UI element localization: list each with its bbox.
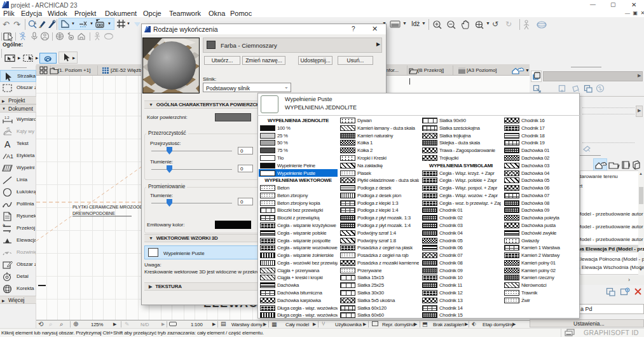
svg-text:1: 1 xyxy=(34,21,37,25)
svg-text:A: A xyxy=(4,139,11,149)
svg-text:A1: A1 xyxy=(6,153,13,160)
svg-text:45: 45 xyxy=(6,127,10,130)
svg-text:A: A xyxy=(3,224,4,227)
svg-text:1.2: 1.2 xyxy=(4,116,10,120)
